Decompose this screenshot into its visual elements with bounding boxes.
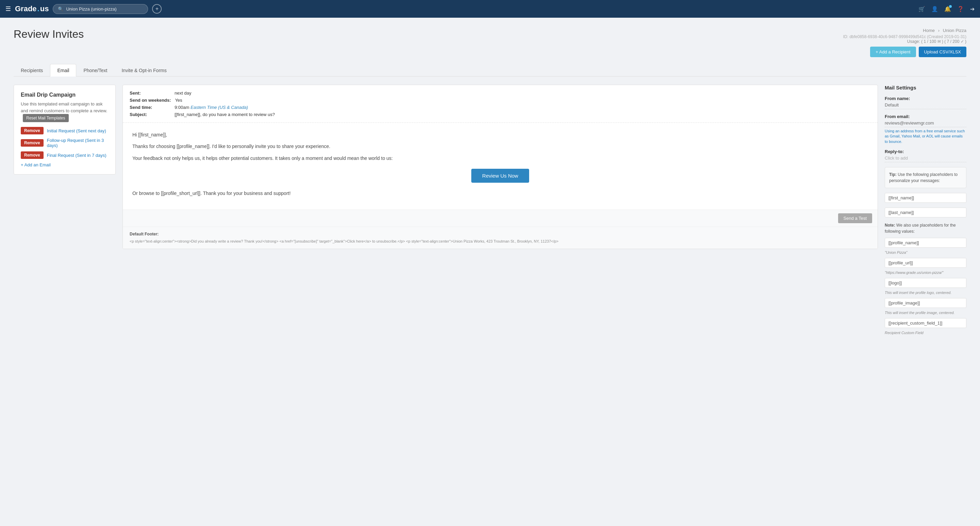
topnav-icons: 🛒 👤 🔔 ❓ ➔ <box>918 6 975 12</box>
placeholder-profile-image-desc: This will insert the profile image, cent… <box>885 311 966 315</box>
tip-text: Tip: Use the following placeholders to p… <box>889 172 962 184</box>
email-item-followup: Remove Follow-up Request (Sent in 3 days… <box>21 138 108 148</box>
page-title: Review Invites <box>14 28 84 40</box>
center-panel: Sent: next day Send on weekends: Yes Sen… <box>123 85 878 249</box>
note-section: Note: We also use placeholders for the f… <box>885 222 966 234</box>
email-meta: Sent: next day Send on weekends: Yes Sen… <box>123 85 878 123</box>
placeholder-profile-image-tag[interactable]: [[profile_image]] <box>885 298 966 308</box>
placeholder-profile-url-tag[interactable]: [[profile_url]] <box>885 258 966 268</box>
placeholder-first-name: [[first_name]] <box>885 193 966 203</box>
send-test-button[interactable]: Send a Test <box>838 213 872 223</box>
placeholder-first-name-tag[interactable]: [[first_name]] <box>885 193 966 203</box>
page-header: Review Invites Home › Union Pizza ID: db… <box>14 28 966 57</box>
logout-icon[interactable]: ➔ <box>970 6 975 12</box>
remove-final-button[interactable]: Remove <box>21 151 43 159</box>
tab-recipients[interactable]: Recipients <box>14 64 50 76</box>
tab-email[interactable]: Email <box>50 64 76 76</box>
hamburger-icon[interactable]: ☰ <box>5 5 11 13</box>
placeholder-custom-field-desc: Recipient Custom Field <box>885 331 966 335</box>
placeholder-profile-image: [[profile_image]] This will insert the p… <box>885 298 966 315</box>
from-email-group: From email: reviews@reviewmgr.com Using … <box>885 114 966 144</box>
page-id: ID: dbfe0858-6938-40c6-9487-9998499d541c… <box>843 34 966 39</box>
default-footer-label: Default Footer: <box>130 232 871 237</box>
email-item-followup-label[interactable]: Follow-up Request (Sent in 3 days) <box>47 138 108 148</box>
bag-icon[interactable]: 🛒 <box>918 6 925 12</box>
from-name-label: From name: <box>885 96 966 101</box>
email-drip-title: Email Drip Campaign <box>21 92 108 98</box>
user-icon[interactable]: 👤 <box>931 6 938 12</box>
placeholder-logo-tag[interactable]: [[logo]] <box>885 278 966 288</box>
main-content: Review Invites Home › Union Pizza ID: db… <box>0 18 980 526</box>
send-test-row: Send a Test <box>123 210 878 227</box>
remove-initial-button[interactable]: Remove <box>21 127 43 134</box>
placeholder-logo-desc: This will insert the profile logo, cente… <box>885 291 966 295</box>
reply-to-input[interactable]: Click to add <box>885 156 966 162</box>
from-email-value[interactable]: reviews@reviewmgr.com <box>885 121 966 127</box>
review-now-button[interactable]: Review Us Now <box>471 169 529 183</box>
placeholder-profile-url: [[profile_url]] "https://www.grade.us/un… <box>885 258 966 275</box>
email-body: Hi [[first_name]], Thanks for choosing [… <box>123 123 878 210</box>
email-greeting: Hi [[first_name]], <box>132 131 868 138</box>
add-recipient-button[interactable]: + Add a Recipient <box>870 47 916 57</box>
placeholder-logo: [[logo]] This will insert the profile lo… <box>885 278 966 295</box>
search-text: Union Pizza (union-pizza) <box>66 6 116 11</box>
tip-section: Tip: Use the following placeholders to p… <box>885 167 966 188</box>
mail-settings-title: Mail Settings <box>885 85 966 91</box>
default-footer: Default Footer: <p style="text-align:cen… <box>123 227 878 249</box>
usage-line: Usage: ( 1 / 100 ✉ ) ( 7 / 200 ✓ ) <box>843 39 966 44</box>
email-body-p2: Your feedback not only helps us, it help… <box>132 154 868 162</box>
from-name-group: From name: Default <box>885 96 966 109</box>
email-item-initial: Remove Initial Request (Sent next day) <box>21 127 108 134</box>
add-location-button[interactable]: + <box>152 4 162 14</box>
content-area: Email Drip Campaign Use this templated e… <box>14 85 966 338</box>
email-meta-sent: Sent: next day <box>130 91 871 95</box>
add-email-link[interactable]: + Add an Email <box>21 162 108 167</box>
placeholder-custom-field: [[recipient_custom_field_1]] Recipient C… <box>885 318 966 335</box>
email-item-final: Remove Final Request (Sent in 7 days) <box>21 151 108 159</box>
breadcrumb-location: Union Pizza <box>943 28 966 33</box>
action-buttons: + Add a Recipient Upload CSV/XLSX <box>843 47 966 57</box>
email-meta-weekends: Send on weekends: Yes <box>130 98 871 103</box>
from-name-value[interactable]: Default <box>885 102 966 109</box>
email-meta-time: Send time: 9:00am Eastern Time (US & Can… <box>130 105 871 110</box>
breadcrumb: Home › Union Pizza <box>843 28 966 33</box>
topnav: ☰ Grade . us 🔍 Union Pizza (union-pizza)… <box>0 0 980 18</box>
placeholder-profile-name: [[profile_name]] "Union Pizza" <box>885 238 966 254</box>
tab-invite-forms[interactable]: Invite & Opt-in Forms <box>115 64 173 76</box>
breadcrumb-home[interactable]: Home <box>923 28 935 33</box>
question-icon[interactable]: ❓ <box>957 6 964 12</box>
email-item-final-label[interactable]: Final Request (Sent in 7 days) <box>47 153 107 158</box>
placeholder-profile-url-desc: "https://www.grade.us/union-pizza/" <box>885 270 966 275</box>
from-email-label: From email: <box>885 114 966 119</box>
remove-followup-button[interactable]: Remove <box>21 139 43 147</box>
placeholder-custom-field-tag[interactable]: [[recipient_custom_field_1]] <box>885 318 966 328</box>
search-icon: 🔍 <box>58 6 63 11</box>
email-item-initial-label[interactable]: Initial Request (Sent next day) <box>47 128 106 133</box>
email-browse: Or browse to [[profile_short_url]]. Than… <box>132 189 868 197</box>
placeholder-profile-name-desc: "Union Pizza" <box>885 250 966 254</box>
tabs: Recipients Email Phone/Text Invite & Opt… <box>14 64 966 76</box>
placeholder-last-name-tag[interactable]: [[last_name]] <box>885 208 966 218</box>
default-footer-content: <p style="text-align:center"><strong>Did… <box>130 238 871 244</box>
search-bar[interactable]: 🔍 Union Pizza (union-pizza) <box>53 4 148 14</box>
bell-icon[interactable]: 🔔 <box>944 6 951 12</box>
from-email-note: Using an address from a free email servi… <box>885 129 966 144</box>
placeholder-last-name: [[last_name]] <box>885 208 966 218</box>
reset-templates-button[interactable]: Reset Mail Templates <box>23 114 69 122</box>
email-meta-subject: Subject: [[first_name]], do you have a m… <box>130 112 871 117</box>
page-meta: Home › Union Pizza ID: dbfe0858-6938-40c… <box>843 28 966 57</box>
placeholder-profile-name-tag[interactable]: [[profile_name]] <box>885 238 966 248</box>
upload-csv-button[interactable]: Upload CSV/XLSX <box>919 47 966 57</box>
left-panel: Email Drip Campaign Use this templated e… <box>14 85 116 175</box>
logo: Grade . us <box>15 5 49 13</box>
reply-to-label: Reply-to: <box>885 149 966 154</box>
right-panel: Mail Settings From name: Default From em… <box>885 85 966 338</box>
email-drip-desc: Use this templated email campaign to ask… <box>21 101 108 122</box>
tab-phone-text[interactable]: Phone/Text <box>76 64 115 76</box>
reply-to-group: Reply-to: Click to add <box>885 149 966 162</box>
email-body-p1: Thanks for choosing [[profile_name]]. I'… <box>132 143 868 150</box>
